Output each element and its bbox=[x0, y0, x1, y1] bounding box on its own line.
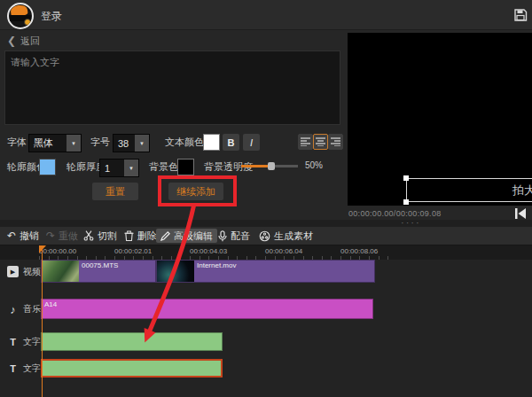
microphone-icon bbox=[218, 230, 227, 242]
ruler-label: 00:00:00.00 bbox=[39, 247, 76, 255]
slider-fill bbox=[241, 165, 270, 167]
timeline-clip-Internet.mov[interactable]: Internet.mov bbox=[156, 260, 375, 283]
skip-to-start-button[interactable] bbox=[513, 207, 528, 220]
selection-handle[interactable] bbox=[403, 175, 409, 181]
text-color-label: 文本颜色 bbox=[165, 136, 204, 149]
ruler-label: 00:00:04.03 bbox=[190, 247, 227, 255]
dub-label: 配音 bbox=[231, 230, 250, 243]
font-select-value: 黑体 bbox=[29, 136, 66, 150]
video-preview[interactable]: 拍大师 bbox=[348, 33, 532, 206]
pen-icon bbox=[160, 231, 170, 241]
watermark-text: 拍大师 bbox=[512, 183, 532, 198]
music-track-icon: ♪ bbox=[7, 304, 19, 315]
panel-splitter[interactable]: ···· bbox=[0, 220, 532, 227]
selection-handle[interactable] bbox=[403, 199, 409, 205]
undo-label: 撤销 bbox=[20, 230, 39, 243]
timeline-ruler[interactable]: 00:00:00.0000:00:02.0100:00:04.0300:00:0… bbox=[0, 245, 532, 260]
size-select[interactable]: 38 ▼ bbox=[113, 134, 150, 152]
size-select-value: 38 bbox=[113, 138, 135, 149]
ruler-tick bbox=[387, 256, 388, 260]
film-reel-icon bbox=[259, 230, 270, 242]
outline-width-value: 1 bbox=[100, 163, 124, 174]
generate-material-label: 生成素材 bbox=[274, 230, 313, 243]
bg-opacity-slider[interactable] bbox=[241, 165, 298, 167]
timeline-clip[interactable] bbox=[41, 332, 223, 351]
size-label: 字号 bbox=[90, 136, 110, 149]
playhead-line[interactable] bbox=[42, 245, 43, 397]
continue-add-button[interactable]: 继续添加 bbox=[168, 183, 223, 200]
dub-button[interactable]: 配音 bbox=[218, 229, 250, 243]
track-label-text: T文字 bbox=[7, 336, 41, 348]
font-select[interactable]: 黑体 ▼ bbox=[28, 134, 82, 152]
redo-label: 重做 bbox=[59, 230, 78, 243]
bg-color-swatch[interactable] bbox=[177, 159, 194, 175]
text-color-swatch[interactable] bbox=[203, 134, 220, 151]
top-bar: 登录 bbox=[0, 0, 532, 30]
video-track-icon: ▶ bbox=[7, 266, 19, 277]
video-editor-app: 登录 ❮返回 字体 黑体 ▼ 字号 38 ▼ 文本颜色 B I bbox=[0, 0, 532, 397]
chevron-down-icon: ▼ bbox=[135, 135, 149, 152]
text-track-icon: T bbox=[7, 337, 19, 348]
track-name: 文字 bbox=[23, 336, 41, 348]
timecode-display: 00:00:00.00/00:00:09.08 bbox=[348, 209, 442, 218]
bold-button[interactable]: B bbox=[223, 134, 239, 151]
reset-button[interactable]: 重置 bbox=[92, 183, 138, 200]
track-name: 文字 bbox=[23, 362, 41, 375]
bg-color-label: 背景色 bbox=[149, 160, 178, 174]
subtitle-text-input[interactable] bbox=[4, 51, 340, 125]
undo-button[interactable]: ↶ 撤销 bbox=[7, 229, 39, 243]
track-label-video: ▶视频 bbox=[7, 266, 41, 278]
back-button[interactable]: ❮返回 bbox=[7, 35, 40, 48]
align-right-icon bbox=[331, 137, 340, 146]
cut-label: 切割 bbox=[98, 230, 117, 243]
ruler-label: 00:00:06.04 bbox=[265, 247, 302, 255]
text-track-icon: T bbox=[7, 363, 19, 375]
chevron-down-icon: ▼ bbox=[66, 135, 81, 152]
advanced-edit-button[interactable]: 高级编辑 bbox=[156, 229, 217, 243]
delete-label: 删除 bbox=[137, 230, 157, 243]
outline-color-swatch[interactable] bbox=[39, 159, 56, 175]
redo-button[interactable]: ↷ 重做 bbox=[46, 229, 78, 243]
scissors-icon bbox=[83, 230, 94, 241]
timeline-clip-00075.MTS[interactable]: 00075.MTS bbox=[41, 260, 156, 283]
chevron-down-icon: ▼ bbox=[124, 160, 138, 176]
save-icon[interactable] bbox=[513, 8, 528, 22]
timeline-clip-A14[interactable]: A14 bbox=[41, 299, 373, 319]
ruler-label: 00:00:08.06 bbox=[340, 247, 378, 255]
bg-opacity-value: 50% bbox=[305, 160, 323, 170]
back-label: 返回 bbox=[20, 35, 40, 46]
track-name: 视频 bbox=[23, 266, 41, 278]
generate-material-button[interactable]: 生成素材 bbox=[259, 229, 313, 243]
text-selection-box[interactable]: 拍大师 bbox=[406, 178, 532, 202]
ruler-label: 00:00:02.01 bbox=[114, 247, 152, 255]
track-name: 音乐 bbox=[23, 303, 41, 315]
align-right-button[interactable] bbox=[328, 134, 343, 150]
clip-label: A14 bbox=[44, 300, 57, 308]
clip-thumbnail bbox=[42, 261, 79, 282]
cut-button[interactable]: 切割 bbox=[83, 229, 117, 243]
timeline-toolbar: ↶ 撤销 ↷ 重做 切割 删除 bbox=[0, 227, 532, 245]
clip-label: Internet.mov bbox=[197, 261, 236, 269]
delete-button[interactable]: 删除 bbox=[124, 229, 157, 243]
redo-icon: ↷ bbox=[46, 230, 55, 241]
logo-dot-shape bbox=[24, 19, 31, 26]
italic-button[interactable]: I bbox=[243, 134, 260, 151]
align-center-button[interactable] bbox=[313, 134, 328, 150]
slider-thumb[interactable] bbox=[268, 162, 275, 170]
align-left-icon bbox=[301, 137, 310, 146]
font-label: 字体 bbox=[7, 136, 27, 149]
outline-width-select[interactable]: 1 ▼ bbox=[99, 159, 139, 177]
advanced-edit-label: 高级编辑 bbox=[174, 230, 213, 243]
chevron-left-icon: ❮ bbox=[7, 35, 16, 47]
align-left-button[interactable] bbox=[298, 134, 313, 150]
ruler-tick bbox=[379, 256, 379, 260]
login-button[interactable]: 登录 bbox=[41, 9, 62, 24]
clip-thumbnail bbox=[157, 261, 194, 282]
app-logo-icon[interactable] bbox=[7, 3, 34, 29]
ruler-tick bbox=[39, 256, 40, 260]
timeline-clip[interactable] bbox=[41, 359, 223, 378]
trash-icon bbox=[124, 230, 134, 241]
timeline: 00:00:00.0000:00:02.0100:00:04.0300:00:0… bbox=[0, 245, 532, 397]
undo-icon: ↶ bbox=[7, 230, 16, 241]
track-label-music: ♪音乐 bbox=[7, 303, 41, 315]
